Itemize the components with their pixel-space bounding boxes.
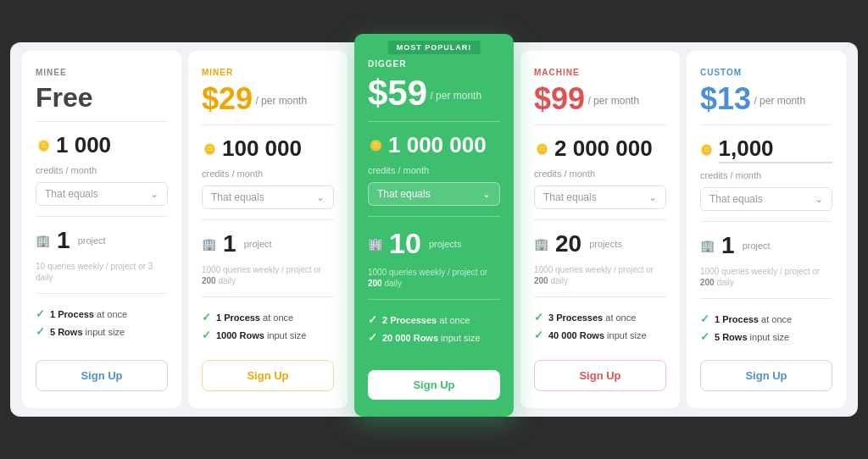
chevron-down-icon-custom: ⌄ bbox=[815, 193, 823, 205]
projects-row-machine: 🏢 20 projects bbox=[534, 230, 666, 257]
divider-projects-custom bbox=[700, 221, 832, 222]
credits-number-miner: 100 000 bbox=[222, 135, 302, 162]
credits-icon-miner: 🪙 bbox=[202, 141, 217, 157]
feature-text-machine-0: 3 Processes at once bbox=[548, 312, 636, 323]
sign-up-button-custom[interactable]: Sign Up bbox=[700, 360, 832, 391]
plan-label-free: MINEE bbox=[36, 68, 168, 77]
chevron-down-icon-miner: ⌄ bbox=[316, 191, 325, 203]
divider-projects-digger bbox=[368, 216, 500, 217]
projects-number-miner: 1 bbox=[223, 230, 236, 257]
plan-card-miner: MINER $29 / per month 🪙 100 000 credits … bbox=[188, 51, 348, 408]
check-icon-free-0: ✓ bbox=[36, 307, 45, 320]
dropdown-label-digger: That equals bbox=[377, 188, 431, 200]
feature-item-free-1: ✓ 5 Rows input size bbox=[36, 325, 168, 338]
projects-number-machine: 20 bbox=[555, 230, 581, 257]
feature-list-digger: ✓ 2 Processes at once ✓ 20 000 Rows inpu… bbox=[368, 313, 500, 344]
check-icon-miner-0: ✓ bbox=[202, 311, 211, 324]
divider-features-digger bbox=[368, 299, 500, 300]
project-icon-free: 🏢 bbox=[36, 234, 50, 247]
divider-projects-miner bbox=[202, 219, 334, 220]
projects-label-custom: project bbox=[740, 241, 771, 251]
projects-number-digger: 10 bbox=[389, 227, 421, 260]
projects-sub-free: 10 queries weekly / project or 3 daily bbox=[36, 261, 168, 283]
feature-item-digger-1: ✓ 20 000 Rows input size bbox=[368, 331, 500, 344]
divider-features-miner bbox=[202, 296, 334, 297]
check-icon-custom-0: ✓ bbox=[700, 312, 709, 325]
feature-text-digger-1: 20 000 Rows input size bbox=[382, 333, 481, 343]
plan-card-custom: CUSTOM $13 / per month 🪙 credits / month… bbox=[687, 51, 846, 408]
feature-text-machine-1: 40 000 Rows input size bbox=[548, 330, 647, 340]
divider-projects-free bbox=[36, 216, 168, 217]
credits-row-machine: 🪙 2 000 000 bbox=[534, 135, 666, 162]
projects-row-free: 🏢 1 project bbox=[36, 227, 168, 254]
projects-number-custom: 1 bbox=[721, 232, 735, 259]
check-icon-miner-1: ✓ bbox=[202, 329, 211, 341]
credits-label-digger: credits / month bbox=[368, 165, 500, 175]
credits-icon-custom: 🪙 bbox=[700, 142, 714, 158]
check-icon-machine-0: ✓ bbox=[534, 311, 543, 324]
credits-row-custom: 🪙 bbox=[700, 135, 832, 163]
projects-row-digger: 🏢 10 projects bbox=[368, 227, 500, 260]
dropdown-machine[interactable]: That equals ⌄ bbox=[534, 185, 666, 209]
check-icon-digger-0: ✓ bbox=[368, 313, 377, 326]
check-icon-machine-1: ✓ bbox=[534, 329, 543, 341]
project-icon-digger: 🏢 bbox=[368, 237, 382, 251]
feature-text-free-0: 1 Process at once bbox=[50, 309, 127, 319]
projects-label-free: project bbox=[75, 235, 106, 246]
feature-text-miner-1: 1000 Rows input size bbox=[216, 330, 306, 340]
price-suffix-custom: / per month bbox=[751, 95, 805, 107]
price-suffix-digger: / per month bbox=[427, 90, 481, 102]
dropdown-label-free: That equals bbox=[45, 188, 98, 200]
plan-card-free: MINEEFree 🪙 1 000 credits / month That e… bbox=[22, 51, 181, 408]
projects-sub-machine: 1000 queries weekly / project or 200 dai… bbox=[534, 264, 666, 286]
credits-number-free: 1 000 bbox=[56, 132, 111, 158]
dropdown-label-machine: That equals bbox=[543, 191, 597, 203]
projects-sub-miner: 1000 queries weekly / project or 200 dai… bbox=[202, 264, 334, 286]
credits-label-free: credits / month bbox=[36, 165, 168, 175]
feature-list-custom: ✓ 1 Process at once ✓ 5 Rows input size bbox=[700, 312, 832, 343]
feature-text-digger-0: 2 Processes at once bbox=[382, 315, 470, 325]
chevron-down-icon-digger: ⌄ bbox=[482, 188, 491, 200]
credits-row-digger: 🪙 1 000 000 bbox=[368, 132, 500, 158]
plan-price-machine: $99 / per month bbox=[534, 84, 666, 114]
divider-price-custom bbox=[700, 124, 832, 125]
plan-price-digger: $59 / per month bbox=[368, 75, 500, 111]
feature-item-custom-0: ✓ 1 Process at once bbox=[700, 312, 832, 325]
plan-card-digger: MOST POPULAR!DIGGER $59 / per month 🪙 1 … bbox=[354, 34, 514, 417]
feature-item-machine-0: ✓ 3 Processes at once bbox=[534, 311, 666, 324]
feature-text-custom-1: 5 Rows input size bbox=[715, 332, 789, 342]
dropdown-digger[interactable]: That equals ⌄ bbox=[368, 182, 500, 206]
projects-sub-digger: 1000 queries weekly / project or 200 dai… bbox=[368, 267, 500, 289]
projects-label-miner: project bbox=[242, 239, 272, 249]
feature-item-custom-1: ✓ 5 Rows input size bbox=[700, 330, 832, 343]
feature-list-miner: ✓ 1 Process at once ✓ 1000 Rows input si… bbox=[202, 311, 334, 341]
plan-price-custom: $13 / per month bbox=[700, 84, 832, 114]
credits-label-miner: credits / month bbox=[202, 169, 334, 179]
credits-number-digger: 1 000 000 bbox=[388, 132, 487, 158]
credits-icon-machine: 🪙 bbox=[534, 141, 549, 157]
credits-icon-digger: 🪙 bbox=[368, 138, 383, 153]
dropdown-label-miner: That equals bbox=[211, 191, 264, 203]
dropdown-free[interactable]: That equals ⌄ bbox=[36, 182, 168, 206]
plan-label-custom: CUSTOM bbox=[700, 68, 832, 77]
chevron-down-icon-free: ⌄ bbox=[150, 188, 159, 200]
dropdown-miner[interactable]: That equals ⌄ bbox=[202, 185, 334, 209]
credits-number-machine: 2 000 000 bbox=[554, 135, 653, 162]
sign-up-button-machine[interactable]: Sign Up bbox=[534, 360, 666, 391]
project-icon-custom: 🏢 bbox=[700, 239, 715, 252]
credits-label-custom: credits / month bbox=[700, 170, 832, 180]
check-icon-digger-1: ✓ bbox=[368, 331, 377, 344]
feature-item-miner-0: ✓ 1 Process at once bbox=[202, 311, 334, 324]
feature-item-machine-1: ✓ 40 000 Rows input size bbox=[534, 329, 666, 341]
custom-credits-input[interactable] bbox=[719, 135, 832, 163]
credits-label-machine: credits / month bbox=[534, 169, 666, 179]
sign-up-button-miner[interactable]: Sign Up bbox=[202, 360, 334, 391]
divider-price-machine bbox=[534, 124, 666, 125]
check-icon-custom-1: ✓ bbox=[700, 330, 709, 343]
dropdown-custom[interactable]: That equals ⌄ bbox=[700, 187, 832, 211]
plan-card-machine: MACHINE $99 / per month 🪙 2 000 000 cred… bbox=[520, 51, 680, 408]
divider-price-miner bbox=[202, 124, 334, 125]
sign-up-button-free[interactable]: Sign Up bbox=[36, 360, 168, 391]
project-icon-machine: 🏢 bbox=[534, 237, 548, 251]
sign-up-button-digger[interactable]: Sign Up bbox=[368, 370, 500, 400]
